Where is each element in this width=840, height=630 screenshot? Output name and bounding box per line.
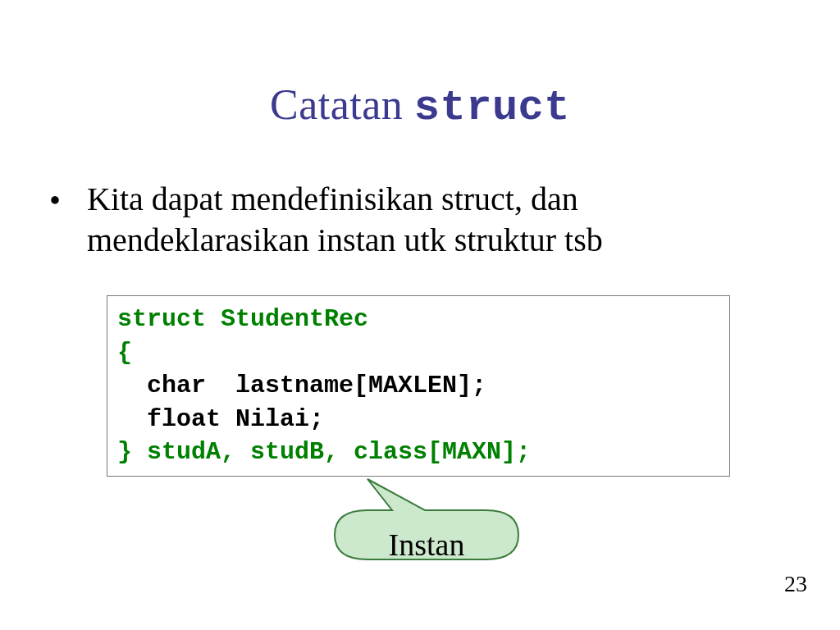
bullet-item: • Kita dapat mendefinisikan struct, dan … — [49, 179, 774, 261]
code-line-3-text: char lastname[MAXLEN]; — [117, 372, 486, 399]
code-line-3: char lastname[MAXLEN]; — [117, 369, 719, 403]
callout: Instan — [318, 477, 535, 592]
page-number: 23 — [784, 571, 807, 597]
code-box: struct StudentRec { char lastname[MAXLEN… — [107, 295, 730, 477]
bullet-dot-icon: • — [49, 180, 61, 221]
code-line-4-text: float Nilai; — [117, 405, 324, 433]
slide-title: Catatan struct — [0, 80, 840, 132]
code-line-4: float Nilai; — [117, 403, 719, 436]
slide: Catatan struct • Kita dapat mendefinisik… — [0, 0, 840, 630]
code-line-5: } studA, studB, class[MAXN]; — [117, 436, 719, 469]
title-text-mono: struct — [414, 84, 570, 132]
title-text-serif: Catatan — [270, 81, 414, 128]
callout-label: Instan — [318, 527, 535, 563]
bullet-text: Kita dapat mendefinisikan struct, dan me… — [49, 179, 774, 261]
code-line-1: struct StudentRec — [117, 303, 719, 336]
code-line-2: { — [117, 336, 719, 370]
